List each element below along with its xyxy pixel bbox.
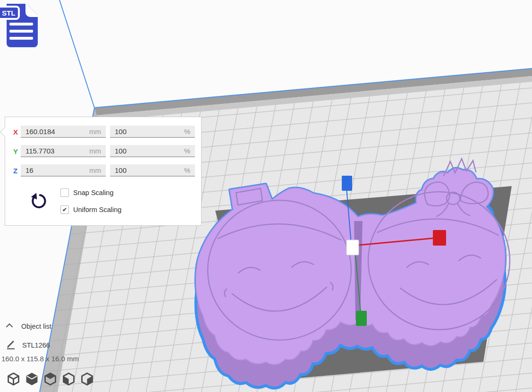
snap-scaling-checkbox[interactable]	[60, 188, 69, 197]
x-size-unit: mm	[89, 128, 101, 136]
y-size-input[interactable]	[25, 147, 75, 155]
scale-handle-y[interactable]	[356, 311, 367, 326]
scale-handle-z[interactable]	[342, 176, 352, 191]
uniform-scaling-label: Uniform Scaling	[73, 206, 121, 213]
object-list-toggle[interactable]: Object list	[6, 322, 51, 331]
scale-handle-x[interactable]	[433, 230, 446, 246]
z-percent-field: %	[110, 164, 195, 177]
snap-scaling-row: Snap Scaling	[60, 188, 113, 197]
view-front-icon[interactable]	[25, 372, 39, 386]
object-list-item[interactable]: STL1266	[6, 339, 50, 351]
stl-badge: STL	[0, 7, 19, 19]
object-list-label: Object list	[21, 323, 51, 330]
y-percent-input[interactable]	[115, 147, 164, 155]
x-size-field: mm	[21, 126, 106, 138]
z-size-input[interactable]	[25, 166, 75, 174]
z-percent-unit: %	[184, 166, 190, 174]
scale-handle-center[interactable]	[346, 240, 359, 255]
y-size-field: mm	[21, 145, 106, 157]
x-percent-field: %	[110, 126, 195, 138]
scale-row-y: Y mm %	[5, 145, 201, 158]
reset-scale-button[interactable]	[29, 193, 47, 211]
svg-text:STL: STL	[2, 9, 15, 17]
reset-icon	[29, 205, 47, 212]
view-orientation-toolbar	[6, 372, 94, 386]
x-size-input[interactable]	[25, 128, 75, 136]
view-left-icon[interactable]	[61, 372, 76, 386]
view-right-icon[interactable]	[80, 372, 94, 386]
scale-tool-panel: X mm % Y mm % Z mm %	[5, 117, 202, 226]
object-name: STL1266	[22, 341, 50, 349]
y-percent-field: %	[110, 145, 195, 157]
axis-label-z: Z	[13, 167, 21, 175]
chevron-up-icon	[6, 322, 13, 331]
model-dimensions-readout: 160.0 x 115.8 x 16.0 mm	[1, 355, 79, 363]
scale-row-x: X mm %	[5, 126, 201, 139]
stl-file-icon: STL	[0, 1, 45, 48]
x-percent-input[interactable]	[115, 128, 164, 136]
axis-label-x: X	[13, 128, 21, 136]
axis-label-y: Y	[13, 147, 21, 155]
y-percent-unit: %	[184, 147, 190, 155]
view-3d-icon[interactable]	[6, 372, 21, 386]
uniform-scaling-checkbox[interactable]: ✔	[60, 205, 69, 214]
z-size-field: mm	[21, 164, 106, 177]
pencil-icon	[6, 339, 16, 351]
z-percent-input[interactable]	[115, 166, 164, 174]
view-top-icon[interactable]	[43, 372, 58, 386]
x-percent-unit: %	[184, 128, 190, 136]
z-size-unit: mm	[89, 166, 101, 174]
snap-scaling-label: Snap Scaling	[73, 189, 113, 196]
scale-row-z: Z mm %	[5, 164, 201, 178]
uniform-scaling-row: ✔ Uniform Scaling	[60, 205, 121, 214]
y-size-unit: mm	[89, 147, 101, 155]
